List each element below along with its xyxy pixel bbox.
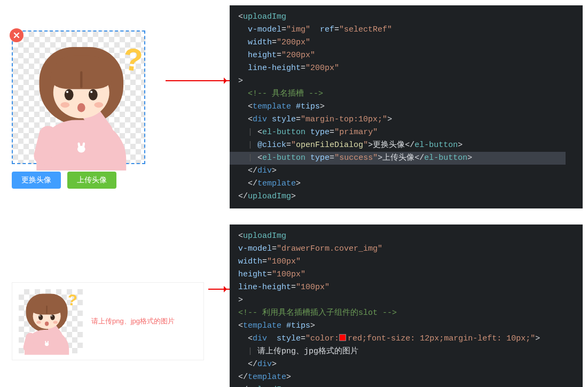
code-block-2: <uploadImg v-model="drawerForm.cover_img…	[230, 225, 583, 387]
avatar-upload-box-large[interactable]: ?	[12, 30, 145, 164]
close-icon[interactable]	[10, 28, 23, 42]
arrow-icon	[166, 80, 230, 81]
color-swatch-red	[339, 334, 346, 341]
upload-tip-text: 请上传png、jpg格式的图片	[91, 316, 175, 326]
avatar-image: ?	[22, 36, 140, 165]
main: ? 更换头像 上传头像 <uploadImg v-model="img" ref…	[5, 5, 583, 387]
example2-col: ? 请上传png、jpg格式的图片	[5, 266, 230, 360]
example-row-2: ? 请上传png、jpg格式的图片 <uploadImg v-model="dr…	[5, 225, 583, 387]
avatar-image-small: ?	[18, 288, 76, 352]
avatar-upload-box-small[interactable]: ?	[19, 289, 83, 353]
arrow-icon	[208, 289, 230, 290]
change-avatar-button[interactable]: 更换头像	[12, 172, 61, 189]
button-row: 更换头像 上传头像	[12, 172, 116, 189]
example2-card: ? 请上传png、jpg格式的图片	[12, 282, 204, 360]
code-block-1: <uploadImg v-model="img" ref="selectRef"…	[230, 5, 583, 208]
upload-avatar-button[interactable]: 上传头像	[67, 172, 116, 189]
example1-col: ? 更换头像 上传头像	[5, 25, 230, 189]
example-row-1: ? 更换头像 上传头像 <uploadImg v-model="img" ref…	[5, 5, 583, 208]
question-mark-icon: ?	[122, 41, 145, 79]
